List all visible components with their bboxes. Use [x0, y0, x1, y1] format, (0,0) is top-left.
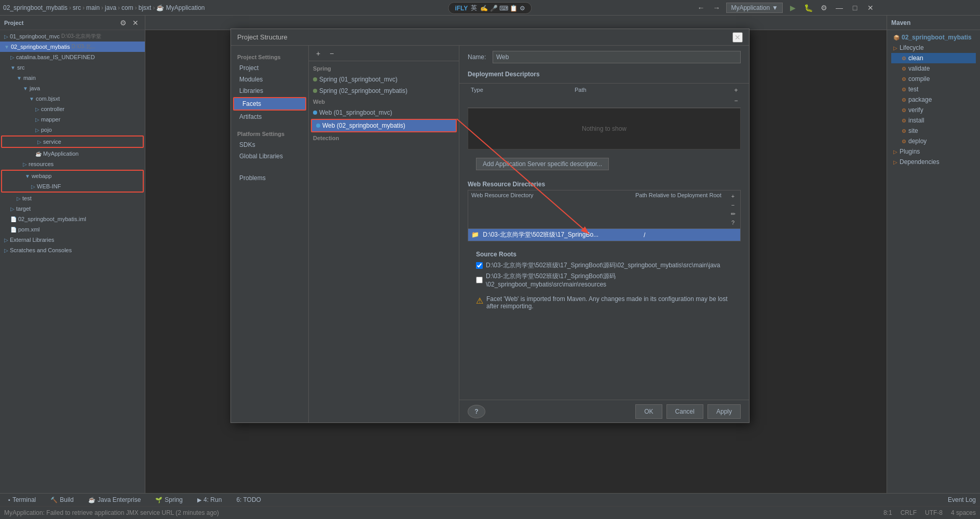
tree-item-01springboot[interactable]: ▷ 01_springboot_mvc D:\03-北京尚学堂: [0, 31, 145, 42]
remove-descriptor-row-btn[interactable]: −: [731, 96, 741, 105]
gear-icon-package: ⚙: [902, 97, 906, 103]
project-title: Project: [4, 20, 23, 26]
tree-item-iml[interactable]: 📄 02_springboot_mybatis.iml: [0, 214, 145, 224]
nav-modules[interactable]: Modules: [231, 74, 308, 85]
nav-problems[interactable]: Problems: [231, 172, 308, 184]
project-panel-settings[interactable]: ⚙: [118, 18, 128, 28]
minimize-button[interactable]: —: [834, 2, 845, 13]
spring-tab[interactable]: 🌱 Spring: [151, 495, 187, 504]
run-tab[interactable]: ▶ 4: Run: [193, 495, 226, 504]
project-panel-close[interactable]: ✕: [130, 18, 141, 28]
maven-dependencies-header[interactable]: ▷ Dependencies: [891, 157, 976, 167]
java-enterprise-tab[interactable]: ☕ Java Enterprise: [84, 495, 145, 504]
tree-item-resources[interactable]: ▷ resources: [0, 159, 145, 169]
cancel-button[interactable]: Cancel: [666, 404, 703, 419]
dialog-close-button[interactable]: ✕: [732, 32, 743, 43]
add-facet-button[interactable]: +: [313, 48, 323, 59]
tree-item-pom[interactable]: 📄 pom.xml: [0, 224, 145, 235]
run-button[interactable]: ▶: [787, 2, 798, 13]
remove-web-resource-btn[interactable]: −: [729, 201, 737, 209]
tree-item-myapp[interactable]: ☕ MyApplication: [0, 148, 145, 159]
maven-item-clean[interactable]: ⚙ clean: [891, 53, 976, 63]
add-app-server-descriptor-btn[interactable]: Add Application Server specific descript…: [476, 158, 609, 170]
todo-tab[interactable]: 6: TODO: [232, 495, 265, 504]
gear-icon-compile: ⚙: [902, 76, 906, 82]
maven-item-test[interactable]: ⚙ test: [891, 84, 976, 94]
maven-item-install[interactable]: ⚙ install: [891, 115, 976, 126]
terminal-tab[interactable]: ▪ Terminal: [4, 495, 40, 504]
settings-button[interactable]: ⚙: [818, 2, 829, 13]
tree-item-test[interactable]: ▷ test: [0, 193, 145, 203]
remove-facet-button[interactable]: −: [326, 48, 337, 59]
ifly-bar[interactable]: iFLY 英 ✍ 🎤 ⌨ 📋 ⚙: [448, 2, 532, 14]
spring-dot-01: [313, 77, 317, 81]
breadcrumb-project: 02_springboot_mybatis: [3, 4, 67, 11]
maven-item-compile[interactable]: ⚙ compile: [891, 74, 976, 84]
maven-item-site[interactable]: ⚙ site: [891, 126, 976, 136]
add-web-resource-btn[interactable]: +: [729, 192, 737, 200]
build-tab[interactable]: 🔨 Build: [46, 495, 78, 504]
tree-item-service[interactable]: ▷ service: [2, 136, 143, 147]
maven-item-deploy[interactable]: ⚙ deploy: [891, 136, 976, 146]
tree-item-02springboot[interactable]: ▼ 02_springboot_mybatis D:\03-北...: [0, 42, 145, 52]
tree-item-controller[interactable]: ▷ controller: [0, 104, 145, 114]
tree-item-ext-libs[interactable]: ▷ External Libraries: [0, 235, 145, 245]
apply-button[interactable]: Apply: [707, 404, 741, 419]
maven-install-label: install: [908, 117, 924, 124]
folder-icon-pojo: ▷: [35, 127, 39, 133]
spring-02-item[interactable]: Spring (02_springboot_mybatis): [309, 85, 459, 97]
tree-item-java[interactable]: ▼ java: [0, 83, 145, 93]
add-descriptor-row-btn[interactable]: +: [731, 86, 741, 95]
spring-dot-02: [313, 89, 317, 93]
maven-lifecycle-header[interactable]: ▷ Lifecycle: [891, 43, 976, 53]
maven-item-validate[interactable]: ⚙ validate: [891, 63, 976, 74]
name-input[interactable]: [493, 51, 741, 63]
web-01-item[interactable]: Web (01_springboot_mvc): [309, 107, 459, 118]
spring-01-item[interactable]: Spring (01_springboot_mvc): [309, 74, 459, 85]
back-button[interactable]: ←: [695, 2, 706, 13]
nav-facets[interactable]: Facets: [234, 98, 305, 110]
debug-button[interactable]: 🐛: [802, 2, 814, 13]
tree-item-combjsxt[interactable]: ▼ com.bjsxt: [0, 93, 145, 104]
maven-item-package[interactable]: ⚙ package: [891, 94, 976, 105]
source-root-2-checkbox[interactable]: [476, 277, 483, 283]
help-web-resource-btn[interactable]: ?: [729, 218, 737, 227]
maven-plugins-header[interactable]: ▷ Plugins: [891, 146, 976, 157]
close-window-button[interactable]: ✕: [865, 2, 876, 13]
nav-libraries[interactable]: Libraries: [231, 85, 308, 97]
web-resource-row-1[interactable]: 📁 D:\03-北京尚学堂\502班级\17_SpringBo... /: [468, 229, 740, 241]
top-bar: 02_springboot_mybatis › src › main › jav…: [0, 0, 980, 16]
maximize-button[interactable]: □: [849, 2, 861, 13]
forward-button[interactable]: →: [711, 2, 722, 13]
tree-item-main[interactable]: ▼ main: [0, 73, 145, 83]
maven-panel: Maven 📦 02_springboot_mybatis ▷ Lifecycl…: [887, 16, 980, 493]
edit-web-resource-btn[interactable]: ✏: [729, 210, 737, 218]
event-log-tab[interactable]: Event Log: [948, 496, 976, 503]
tree-item-src[interactable]: ▼ src: [0, 62, 145, 73]
nav-artifacts[interactable]: Artifacts: [231, 111, 308, 122]
ok-button[interactable]: OK: [635, 404, 662, 419]
tree-item-webinf[interactable]: ▷ WEB-INF: [2, 181, 143, 192]
nav-global-libraries[interactable]: Global Libraries: [231, 151, 308, 162]
deployment-table-header: Type Path + −: [468, 84, 741, 108]
tree-item-target[interactable]: ▷ target: [0, 203, 145, 214]
run-config-dropdown[interactable]: MyApplication ▼: [726, 3, 783, 13]
tree-item-scratches[interactable]: ▷ Scratches and Consoles: [0, 245, 145, 255]
tree-item-catalina[interactable]: ▷ catalina.base_IS_UNDEFINED: [0, 52, 145, 62]
dialog-content: Name: Deployment Descriptors Type Path +…: [459, 46, 749, 422]
web-02-item[interactable]: Web (02_springboot_mybatis): [312, 120, 456, 131]
maven-project-header[interactable]: 📦 02_springboot_mybatis: [891, 32, 976, 43]
help-button[interactable]: ?: [468, 405, 485, 418]
source-root-1-checkbox[interactable]: [476, 262, 483, 269]
nav-project[interactable]: Project: [231, 62, 308, 74]
line-separator: CRLF: [901, 509, 917, 516]
file-encoding: UTF-8: [925, 509, 943, 516]
tree-item-mapper[interactable]: ▷ mapper: [0, 114, 145, 125]
nav-sdks[interactable]: SDKs: [231, 139, 308, 151]
maven-item-verify[interactable]: ⚙ verify: [891, 105, 976, 115]
tree-item-pojo[interactable]: ▷ pojo: [0, 125, 145, 135]
platform-settings-section-title: Platform Settings: [231, 129, 308, 139]
maven-package-label: package: [908, 96, 932, 103]
tree-item-webapp[interactable]: ▼ webapp: [2, 171, 143, 181]
folder-indicator: 📁: [471, 231, 479, 238]
